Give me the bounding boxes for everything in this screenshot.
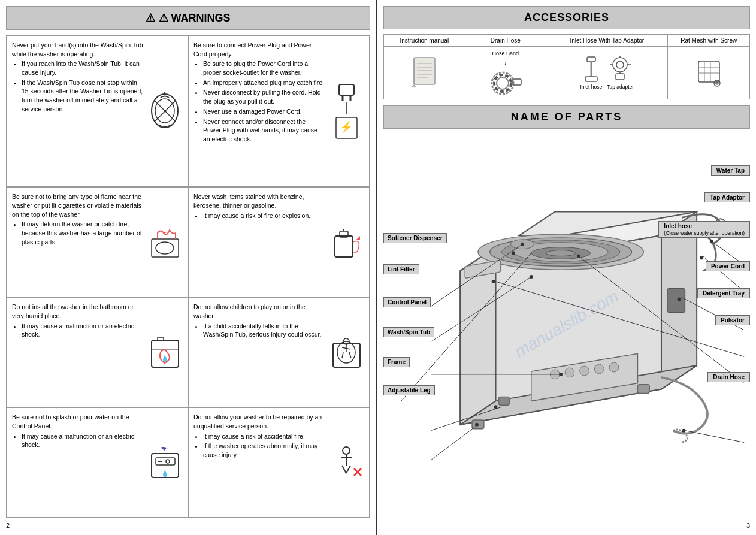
svg-text:💧: 💧: [161, 355, 169, 362]
svg-rect-48: [585, 77, 597, 81]
svg-point-70: [580, 366, 589, 376]
left-page: ⚠ ⚠ WARNINGS Never put your hand(s) into…: [0, 0, 377, 535]
svg-line-23: [342, 352, 343, 358]
label-adjustable-leg: Adjustable Leg: [383, 385, 435, 395]
svg-point-11: [156, 242, 174, 254]
svg-rect-79: [637, 385, 649, 394]
warning-list-1: If you reach into the Wash/Spin Tub, it …: [19, 59, 143, 113]
svg-point-76: [546, 250, 575, 256]
svg-point-96: [521, 243, 524, 246]
warning-list-5: It may cause a malfunction or an electri…: [19, 322, 143, 339]
inlet-hose-note: (Close water supply after operation): [664, 230, 745, 236]
warning-text-1: Never put your hand(s) into the Wash/Spi…: [12, 41, 143, 182]
label-wash-spin-tub: Wash/Spin Tub: [383, 327, 434, 337]
parts-title: NAME OF PARTS: [511, 111, 623, 123]
warning-list-2: Be sure to plug the Power Cord into a pr…: [201, 59, 325, 143]
svg-rect-12: [335, 236, 353, 257]
svg-rect-5: [339, 84, 354, 95]
svg-point-100: [494, 405, 498, 409]
accessories-title: ACCESSORIES: [524, 11, 609, 23]
warning-text-6: Do not allow children to play on or in t…: [193, 303, 325, 402]
svg-point-69: [565, 368, 574, 377]
svg-rect-56: [698, 61, 719, 82]
svg-point-72: [609, 362, 619, 372]
acc-header-2: Drain Hose: [465, 35, 547, 46]
warnings-header: ⚠ ⚠ WARNINGS: [6, 6, 370, 30]
label-power-cord: Power Cord: [706, 261, 750, 271]
warning-illus-3: [147, 192, 183, 292]
label-pulsator: Pulsator: [715, 315, 750, 325]
svg-line-95: [685, 431, 744, 443]
svg-rect-77: [667, 289, 685, 312]
warnings-title: ⚠ WARNINGS: [159, 12, 231, 24]
label-drain-hose: Drain Hose: [707, 372, 750, 382]
svg-point-99: [512, 252, 515, 255]
warning-illus-8: [328, 413, 364, 512]
svg-point-97: [530, 275, 533, 279]
svg-point-105: [678, 298, 681, 301]
svg-point-107: [577, 255, 580, 258]
acc-img-mesh: [668, 47, 749, 99]
acc-header-1: Instruction manual: [384, 35, 465, 46]
svg-line-88: [431, 425, 478, 460]
warning-illus-5: 💧: [147, 303, 183, 402]
svg-point-50: [616, 61, 624, 68]
warning-list-7: It may cause a malfunction or an electri…: [19, 432, 143, 449]
warning-cell-3: Be sure not to bring any type of flame n…: [7, 187, 188, 297]
acc-header-3: Inlet Hose With Tap Adaptor: [546, 35, 668, 46]
warning-list-3: It may deform the washer or catch fire, …: [19, 220, 143, 246]
acc-img-inlet: Inlet hose Tap adapter: [546, 47, 668, 99]
svg-line-34: [346, 466, 350, 473]
warning-illus-4: [328, 192, 364, 292]
svg-line-33: [342, 466, 346, 473]
warning-cell-4: Never wash items stained with benzine, k…: [188, 187, 370, 297]
warning-list-8: It may cause a risk of accidental fire. …: [201, 432, 325, 460]
svg-point-28: [166, 460, 170, 463]
warning-illus-7: 💧: [147, 413, 183, 512]
warning-list-4: It may cause a risk of fire or explosion…: [201, 211, 325, 220]
warning-cell-8: Do not allow your washer to be repaired …: [188, 407, 370, 518]
page-number-left: 2: [6, 522, 370, 529]
page-number-right: 3: [746, 522, 750, 529]
warning-text-8: Do not allow your washer to be repaired …: [193, 413, 325, 512]
warning-illus-2: ⚡: [328, 41, 364, 182]
warning-cell-5: Do not install the washer in the bathroo…: [7, 297, 188, 407]
warnings-grid: Never put your hand(s) into the Wash/Spi…: [6, 35, 370, 518]
warning-text-2: Be sure to connect Power Plug and Power …: [193, 41, 325, 182]
label-lint-filter: Lint Filter: [383, 264, 419, 274]
label-softener-dispenser: Softener Dispenser: [383, 233, 447, 243]
label-detergent-tray: Detergent Tray: [697, 288, 750, 298]
svg-point-104: [700, 256, 703, 259]
acc-header-row: Instruction manual Drain Hose Inlet Hose…: [384, 35, 749, 47]
svg-rect-80: [498, 397, 509, 405]
warning-triangle-icon: ⚠: [146, 12, 155, 24]
right-page: ACCESSORIES Instruction manual Drain Hos…: [377, 0, 756, 535]
warning-text-5: Do not install the washer in the bathroo…: [12, 303, 143, 402]
svg-point-71: [594, 364, 604, 374]
label-frame: Frame: [383, 357, 410, 367]
accessories-header: ACCESSORIES: [383, 6, 750, 29]
warning-text-3: Be sure not to bring any type of flame n…: [12, 192, 143, 292]
warning-cell-2: Be sure to connect Power Plug and Power …: [188, 35, 370, 187]
svg-point-44: [497, 77, 509, 89]
svg-point-103: [710, 240, 713, 243]
svg-point-106: [492, 280, 495, 283]
acc-img-drain: Hose Band ↓: [465, 47, 547, 99]
svg-text:💧: 💧: [161, 470, 169, 477]
svg-point-30: [343, 447, 350, 454]
svg-line-24: [349, 352, 351, 358]
svg-text:⚡: ⚡: [340, 120, 353, 134]
label-tap-adaptor: Tap Adaptor: [704, 192, 750, 202]
svg-point-101: [475, 423, 479, 427]
svg-point-98: [559, 373, 563, 376]
label-water-tap: Water Tap: [711, 165, 750, 176]
parts-diagram: Softener Dispenser Lint Filter Control P…: [383, 132, 750, 516]
svg-rect-55: [616, 74, 624, 80]
svg-point-49: [613, 58, 627, 72]
warning-cell-6: Do not allow children to play on or in t…: [188, 297, 370, 407]
svg-point-108: [682, 429, 685, 433]
acc-img-row: Hose Band ↓: [384, 47, 749, 99]
warning-list-6: If a child accidentally falls in to the …: [201, 322, 325, 339]
svg-rect-47: [587, 57, 595, 62]
accessories-table: Instruction manual Drain Hose Inlet Hose…: [383, 34, 750, 99]
